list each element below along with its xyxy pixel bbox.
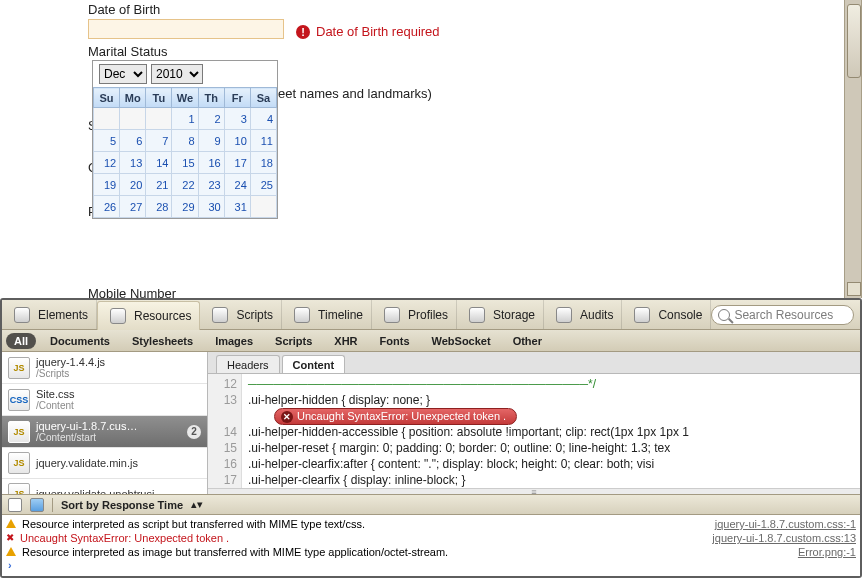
- file-icon: JS: [8, 421, 30, 443]
- page-scrollbar[interactable]: [844, 0, 862, 298]
- calendar-day[interactable]: 18: [250, 152, 276, 174]
- sort-label[interactable]: Sort by Response Time: [61, 499, 183, 511]
- dob-error-text: Date of Birth required: [316, 24, 440, 39]
- filter-scripts[interactable]: Scripts: [267, 333, 320, 349]
- devtools-footer: Sort by Response Time ▴▾ Resource interp…: [2, 494, 860, 576]
- calendar-day[interactable]: 19: [94, 174, 120, 196]
- calendar-day[interactable]: 7: [146, 130, 172, 152]
- console-output[interactable]: Resource interpreted as script but trans…: [2, 515, 860, 577]
- code-line[interactable]: ────────────────────────────────────────…: [248, 376, 860, 392]
- calendar-day[interactable]: 1: [172, 108, 198, 130]
- resource-item[interactable]: CSSSite.css/Content: [2, 384, 207, 416]
- devtools-tab-resources[interactable]: Resources: [97, 301, 200, 330]
- tab-content[interactable]: Content: [282, 355, 346, 373]
- calendar-day[interactable]: 29: [172, 196, 198, 218]
- filter-websocket[interactable]: WebSocket: [424, 333, 499, 349]
- filter-xhr[interactable]: XHR: [326, 333, 365, 349]
- calendar-day[interactable]: 27: [120, 196, 146, 218]
- devtools-tab-scripts[interactable]: Scripts: [200, 300, 282, 329]
- datepicker-year[interactable]: 2010: [151, 64, 203, 84]
- calendar-day[interactable]: 3: [224, 108, 250, 130]
- calendar-day[interactable]: 21: [146, 174, 172, 196]
- calendar-day[interactable]: 22: [172, 174, 198, 196]
- calendar-day[interactable]: 13: [120, 152, 146, 174]
- calendar-day[interactable]: 17: [224, 152, 250, 174]
- resource-item[interactable]: JSjquery-1.4.4.js/Scripts: [2, 352, 207, 384]
- console-source-link[interactable]: jquery-ui-1.8.7.custom.css:-1: [715, 517, 856, 531]
- marital-status-label: Marital Status: [88, 44, 167, 59]
- code-line[interactable]: ✕Uncaught SyntaxError: Unexpected token …: [248, 408, 860, 424]
- list-icon[interactable]: [30, 498, 44, 512]
- devtools-tab-storage[interactable]: Storage: [457, 300, 544, 329]
- calendar-day[interactable]: 5: [94, 130, 120, 152]
- code-line[interactable]: .ui-helper-clearfix:after { content: "."…: [248, 456, 860, 472]
- search-placeholder: Search Resources: [734, 308, 833, 322]
- address-hint: eet names and landmarks): [278, 86, 432, 101]
- calendar-day[interactable]: 26: [94, 196, 120, 218]
- resource-item[interactable]: JSjquery.validate.unobtrusi…: [2, 479, 207, 494]
- calendar-day[interactable]: 12: [94, 152, 120, 174]
- tab-label: Elements: [38, 308, 88, 322]
- datepicker[interactable]: Dec 2010 SuMoTuWeThFrSa 1234567891011121…: [92, 60, 278, 219]
- calendar-day[interactable]: 6: [120, 130, 146, 152]
- filter-stylesheets[interactable]: Stylesheets: [124, 333, 201, 349]
- filter-documents[interactable]: Documents: [42, 333, 118, 349]
- dow-tu: Tu: [146, 88, 172, 108]
- resource-name: jquery-ui-1.8.7.cus…: [36, 420, 138, 432]
- console-source-link[interactable]: Error.png:-1: [798, 545, 856, 559]
- dob-input[interactable]: [88, 19, 284, 39]
- calendar-day[interactable]: 31: [224, 196, 250, 218]
- calendar-day: [250, 196, 276, 218]
- warning-icon: [6, 547, 16, 556]
- calendar-day[interactable]: 2: [198, 108, 224, 130]
- code-line[interactable]: .ui-helper-hidden { display: none; }: [248, 392, 860, 408]
- calendar-day[interactable]: 10: [224, 130, 250, 152]
- filter-images[interactable]: Images: [207, 333, 261, 349]
- code-line[interactable]: .ui-helper-hidden-accessible { position:…: [248, 424, 860, 440]
- code-line[interactable]: .ui-helper-reset { margin: 0; padding: 0…: [248, 440, 860, 456]
- console-row[interactable]: Resource interpreted as image but transf…: [6, 545, 856, 559]
- filter-fonts[interactable]: Fonts: [372, 333, 418, 349]
- resource-item[interactable]: JSjquery-ui-1.8.7.cus…/Content/start2: [2, 416, 207, 448]
- code-line[interactable]: .ui-helper-clearfix { display: inline-bl…: [248, 472, 860, 488]
- filter-all[interactable]: All: [6, 333, 36, 349]
- devtools-tab-audits[interactable]: Audits: [544, 300, 622, 329]
- resource-filter-bar: AllDocumentsStylesheetsImagesScriptsXHRF…: [2, 330, 860, 352]
- console-prompt[interactable]: ›: [6, 559, 856, 571]
- calendar-day[interactable]: 4: [250, 108, 276, 130]
- calendar-day[interactable]: 28: [146, 196, 172, 218]
- calendar-day[interactable]: 25: [250, 174, 276, 196]
- tab-headers[interactable]: Headers: [216, 355, 280, 373]
- scrollbar-thumb[interactable]: [847, 4, 861, 78]
- calendar-day[interactable]: 8: [172, 130, 198, 152]
- calendar-day[interactable]: 9: [198, 130, 224, 152]
- console-row[interactable]: Resource interpreted as script but trans…: [6, 517, 856, 531]
- calendar-day[interactable]: 16: [198, 152, 224, 174]
- clear-console-icon[interactable]: [8, 498, 22, 512]
- devtools-search[interactable]: Search Resources: [711, 305, 854, 325]
- dob-label: Date of Birth: [88, 2, 752, 17]
- devtools-tab-elements[interactable]: Elements: [2, 300, 97, 329]
- dow-mo: Mo: [120, 88, 146, 108]
- calendar-day[interactable]: 20: [120, 174, 146, 196]
- sort-arrows-icon[interactable]: ▴▾: [191, 498, 203, 511]
- filter-other[interactable]: Other: [505, 333, 550, 349]
- devtools-tab-profiles[interactable]: Profiles: [372, 300, 457, 329]
- calendar-day[interactable]: 14: [146, 152, 172, 174]
- inline-error-bubble[interactable]: ✕Uncaught SyntaxError: Unexpected token …: [274, 408, 517, 425]
- scrollbar-down[interactable]: [847, 282, 861, 296]
- resource-list[interactable]: JSjquery-1.4.4.js/ScriptsCSSSite.css/Con…: [2, 352, 208, 494]
- resource-item[interactable]: JSjquery.validate.min.js: [2, 448, 207, 479]
- calendar-day[interactable]: 30: [198, 196, 224, 218]
- datepicker-month[interactable]: Dec: [99, 64, 147, 84]
- console-row[interactable]: ✖Uncaught SyntaxError: Unexpected token …: [6, 531, 856, 545]
- calendar-day[interactable]: 15: [172, 152, 198, 174]
- calendar-day[interactable]: 24: [224, 174, 250, 196]
- calendar-day[interactable]: 23: [198, 174, 224, 196]
- devtools-tab-console[interactable]: Console: [622, 300, 711, 329]
- console-source-link[interactable]: jquery-ui-1.8.7.custom.css:13: [712, 531, 856, 545]
- source-viewer[interactable]: 1213141516171819 ───────────────────────…: [208, 374, 860, 488]
- calendar-day: [146, 108, 172, 130]
- calendar-day[interactable]: 11: [250, 130, 276, 152]
- devtools-tab-timeline[interactable]: Timeline: [282, 300, 372, 329]
